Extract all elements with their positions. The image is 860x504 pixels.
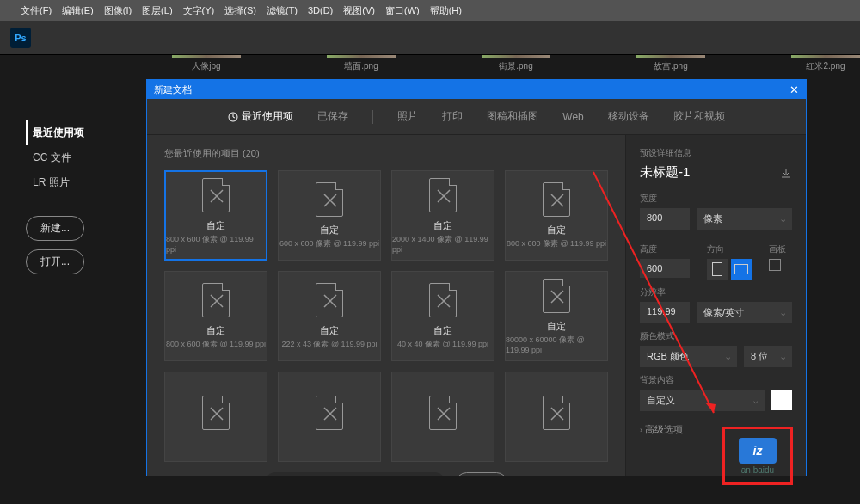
- menu-select[interactable]: 选择(S): [224, 4, 256, 17]
- menu-help[interactable]: 帮助(H): [430, 4, 462, 17]
- dialog-titlebar: 新建文档 ✕: [147, 80, 806, 99]
- chevron-down-icon: ⌵: [781, 215, 785, 224]
- ps-logo-icon: Ps: [10, 28, 31, 48]
- preset-name: 自定: [206, 324, 225, 337]
- clock-icon: [228, 112, 238, 122]
- document-icon: [202, 283, 230, 317]
- tab-film[interactable]: 胶片和视频: [673, 109, 725, 124]
- preset-card[interactable]: [391, 372, 494, 462]
- preset-card[interactable]: [505, 372, 608, 462]
- preset-detail: 222 x 43 像素 @ 119.99 ppi: [281, 339, 377, 350]
- preset-name: 自定: [206, 219, 225, 232]
- start-sidebar: 最近使用项 CC 文件 LR 照片 新建... 打开...: [26, 120, 120, 283]
- stock-search-bar: 在 Adobe Stock 上查找模板 前往: [164, 472, 608, 476]
- tab-art[interactable]: 图稿和插图: [487, 109, 538, 124]
- preset-card[interactable]: 自定222 x 43 像素 @ 119.99 ppi: [278, 271, 381, 361]
- bg-thumb[interactable]: 红米2.png: [791, 55, 860, 81]
- width-label: 宽度: [640, 193, 792, 205]
- menu-view[interactable]: 视图(V): [343, 4, 375, 17]
- menu-type[interactable]: 文字(Y): [183, 4, 215, 17]
- bg-thumb[interactable]: 墙面.png: [327, 55, 396, 81]
- sidebar-item-lrphotos[interactable]: LR 照片: [26, 170, 120, 195]
- save-preset-icon[interactable]: [780, 167, 792, 179]
- orientation-portrait[interactable]: [707, 259, 728, 280]
- presets-header: 您最近使用的项目 (20): [164, 147, 608, 160]
- watermark-text: an.baidu: [741, 465, 774, 475]
- colormode-label: 颜色模式: [640, 330, 792, 342]
- chevron-down-icon: ⌵: [781, 309, 785, 317]
- orientation-landscape[interactable]: [731, 259, 752, 280]
- preset-detail: 800 x 600 像素 @ 119.99 ppi: [166, 234, 266, 254]
- preset-name: 自定: [320, 224, 339, 237]
- tab-photo[interactable]: 照片: [397, 109, 418, 124]
- preset-card[interactable]: 自定40 x 40 像素 @ 119.99 ppi: [391, 271, 494, 361]
- bg-thumb[interactable]: 人像jpg: [172, 55, 241, 81]
- artboard-label: 画板: [769, 243, 786, 255]
- document-icon: [202, 178, 230, 212]
- bg-thumb[interactable]: 街景.png: [482, 55, 550, 81]
- menu-file[interactable]: 文件(F): [21, 4, 52, 17]
- presets-grid: 自定800 x 600 像素 @ 119.99 ppi自定600 x 600 像…: [164, 170, 608, 462]
- preset-card[interactable]: 自定800 x 600 像素 @ 119.99 ppi: [164, 170, 267, 261]
- sidebar-item-recent[interactable]: 最近使用项: [26, 120, 120, 145]
- preset-card[interactable]: 自定600 x 600 像素 @ 119.99 ppi: [278, 170, 381, 261]
- document-icon: [316, 396, 343, 430]
- height-input[interactable]: 600: [640, 259, 690, 278]
- preset-detail: 600 x 600 像素 @ 119.99 ppi: [280, 238, 379, 249]
- preset-detail: 40 x 40 像素 @ 119.99 ppi: [397, 339, 488, 350]
- new-document-dialog: 新建文档 ✕ 最近使用项 已保存 照片 打印 图稿和插图 Web 移动设备 胶片…: [146, 79, 807, 476]
- preset-card[interactable]: 自定80000 x 60000 像素 @ 119.99 ppi: [505, 271, 608, 361]
- document-icon: [543, 396, 570, 430]
- colormode-select[interactable]: RGB 颜色⌵: [640, 346, 737, 367]
- chevron-down-icon: ⌵: [781, 353, 785, 361]
- tab-print[interactable]: 打印: [442, 109, 463, 124]
- resolution-unit-select[interactable]: 像素/英寸⌵: [697, 302, 792, 323]
- open-button[interactable]: 打开...: [26, 249, 84, 274]
- preset-card[interactable]: 自定800 x 600 像素 @ 119.99 ppi: [164, 271, 267, 361]
- document-icon: [202, 396, 230, 430]
- menu-layer[interactable]: 图层(L): [142, 4, 172, 17]
- app-toolbar: Ps: [0, 21, 860, 55]
- menu-bar: 文件(F) 编辑(E) 图像(I) 图层(L) 文字(Y) 选择(S) 滤镜(T…: [0, 0, 860, 21]
- tab-saved[interactable]: 已保存: [317, 109, 348, 124]
- menu-image[interactable]: 图像(I): [104, 4, 132, 17]
- presets-area: 您最近使用的项目 (20) 自定800 x 600 像素 @ 119.99 pp…: [147, 135, 625, 476]
- preset-name: 自定: [320, 324, 339, 337]
- artboard-checkbox[interactable]: [769, 259, 781, 271]
- doc-name-field[interactable]: 未标题-1: [640, 164, 690, 181]
- width-input[interactable]: 800: [640, 208, 690, 230]
- stock-go-button[interactable]: 前往: [456, 472, 507, 476]
- preset-name: 自定: [433, 324, 452, 337]
- bitdepth-select[interactable]: 8 位⌵: [744, 346, 792, 367]
- preset-card[interactable]: [164, 372, 267, 462]
- preset-card[interactable]: 自定2000 x 1400 像素 @ 119.99 ppi: [391, 170, 494, 261]
- document-icon: [429, 283, 457, 317]
- new-button[interactable]: 新建...: [26, 216, 84, 241]
- sidebar-item-ccfiles[interactable]: CC 文件: [26, 145, 120, 170]
- width-unit-select[interactable]: 像素⌵: [697, 208, 792, 230]
- watermark-logo-icon: iz: [739, 438, 777, 464]
- orient-label: 方向: [707, 243, 752, 255]
- tab-mobile[interactable]: 移动设备: [608, 109, 649, 124]
- close-icon[interactable]: ✕: [783, 83, 806, 96]
- stock-search-input[interactable]: 在 Adobe Stock 上查找模板: [265, 472, 445, 476]
- chevron-right-icon: ›: [640, 426, 642, 434]
- bg-color-swatch[interactable]: [771, 390, 792, 410]
- menu-filter[interactable]: 滤镜(T): [267, 4, 298, 17]
- bgcontent-select[interactable]: 自定义⌵: [640, 390, 765, 411]
- preset-card[interactable]: 自定800 x 600 像素 @ 119.99 ppi: [505, 170, 608, 261]
- document-icon: [429, 396, 457, 430]
- details-header: 预设详细信息: [640, 147, 792, 159]
- menu-window[interactable]: 窗口(W): [385, 4, 420, 17]
- menu-3d[interactable]: 3D(D): [308, 5, 333, 15]
- preset-name: 自定: [547, 224, 566, 237]
- preset-details-panel: 预设详细信息 未标题-1 宽度 800 像素⌵ 高度 600 方向: [625, 135, 806, 476]
- bg-thumb[interactable]: 故宫.png: [636, 55, 705, 81]
- preset-card[interactable]: [278, 372, 381, 462]
- tab-recent[interactable]: 最近使用项: [228, 109, 293, 124]
- menu-edit[interactable]: 编辑(E): [62, 4, 94, 17]
- resolution-label: 分辨率: [640, 286, 792, 298]
- height-label: 高度: [640, 243, 690, 255]
- tab-web[interactable]: Web: [562, 111, 583, 123]
- resolution-input[interactable]: 119.99: [640, 302, 690, 323]
